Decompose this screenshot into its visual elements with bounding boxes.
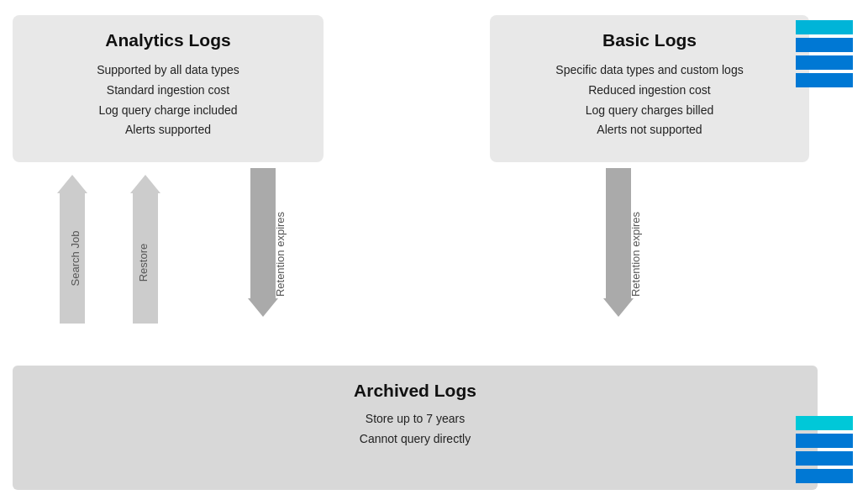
retention-left-label: Retention expires	[274, 212, 287, 297]
retention-right-label: Retention expires	[629, 212, 642, 297]
archived-table-icon	[796, 409, 853, 490]
arrow-shaft	[250, 168, 276, 298]
arrow-shaft	[606, 168, 631, 298]
icon-line	[796, 55, 853, 70]
search-job-label: Search Job	[69, 231, 82, 287]
basic-logs-box: Basic Logs Specific data types and custo…	[490, 15, 809, 162]
icon-line	[796, 20, 853, 34]
restore-label: Restore	[137, 244, 150, 282]
icon-line	[796, 469, 853, 483]
arrow-head-down	[248, 298, 278, 317]
basic-details: Specific data types and custom logs Redu…	[508, 61, 791, 140]
arrow-head-down	[603, 298, 634, 317]
arrow-head-up	[130, 175, 160, 193]
archived-details: Store up to 7 years Cannot query directl…	[31, 409, 799, 450]
icon-line	[796, 38, 853, 52]
analytics-logs-box: Analytics Logs Supported by all data typ…	[13, 15, 324, 162]
diagram-container: Analytics Logs Supported by all data typ…	[0, 0, 868, 500]
icon-line	[796, 73, 853, 87]
archived-title: Archived Logs	[31, 381, 799, 401]
icon-line	[796, 434, 853, 448]
analytics-details: Supported by all data types Standard ing…	[31, 61, 305, 140]
archived-logs-box: Archived Logs Store up to 7 years Cannot…	[13, 366, 818, 490]
basic-table-icon	[796, 20, 853, 87]
arrow-head-up	[57, 175, 87, 193]
icon-line	[796, 451, 853, 466]
analytics-title: Analytics Logs	[31, 30, 305, 50]
icon-line	[796, 416, 853, 430]
basic-title: Basic Logs	[508, 30, 791, 50]
